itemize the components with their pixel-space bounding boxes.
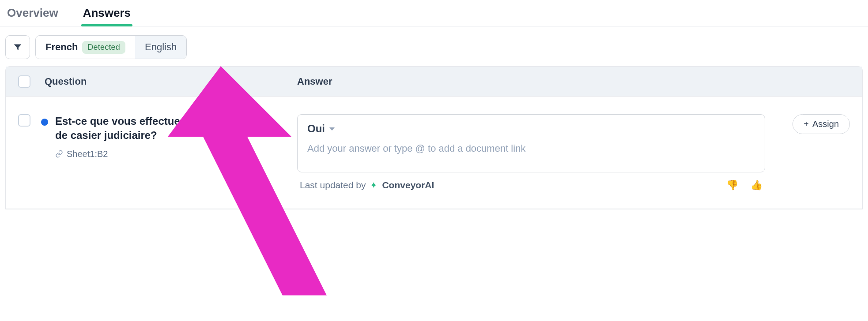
last-updated-by: Last updated by ✦ ConveyorAI <box>300 180 434 190</box>
thumbs-down-icon[interactable]: 👎 <box>726 179 738 191</box>
sparkle-icon: ✦ <box>370 180 377 190</box>
language-label: English <box>145 41 177 53</box>
tab-overview[interactable]: Overview <box>5 0 60 26</box>
answer-box: Oui Add your answer or type @ to add a d… <box>297 114 765 172</box>
thumbs-up-icon[interactable]: 👍 <box>751 179 762 191</box>
answer-value-label: Oui <box>307 123 325 135</box>
answers-table: Question Answer Est-ce que vous effectue… <box>5 66 863 209</box>
assign-label: Assign <box>812 119 839 129</box>
answer-input[interactable]: Add your answer or type @ to add a docum… <box>307 143 755 154</box>
language-toggle: French Detected English <box>35 35 187 59</box>
table-row: Est-ce que vous effectuez des vérificati… <box>6 97 862 209</box>
toolbar: French Detected English <box>0 26 868 66</box>
source-reference-label: Sheet1:B2 <box>67 149 108 159</box>
language-option-english[interactable]: English <box>135 36 186 59</box>
table-header: Question Answer <box>6 67 862 97</box>
column-header-answer: Answer <box>297 76 850 87</box>
tab-answers[interactable]: Answers <box>81 0 132 26</box>
updated-by-name: ConveyorAI <box>382 180 434 190</box>
plus-icon: + <box>804 119 809 129</box>
select-all-checkbox[interactable] <box>18 75 30 88</box>
status-dot <box>41 119 48 126</box>
source-reference[interactable]: Sheet1:B2 <box>55 149 283 159</box>
row-checkbox[interactable] <box>18 114 30 127</box>
filter-button[interactable] <box>5 35 30 59</box>
answer-dropdown[interactable]: Oui <box>307 123 335 135</box>
language-label: French <box>45 41 78 53</box>
feedback-buttons: 👎 👍 <box>726 179 762 191</box>
updated-prefix: Last updated by <box>300 180 366 190</box>
column-header-question: Question <box>45 76 87 87</box>
link-icon <box>55 150 63 158</box>
assign-button[interactable]: + Assign <box>793 114 850 134</box>
tab-bar: Overview Answers <box>0 0 868 26</box>
language-option-french[interactable]: French Detected <box>36 36 135 59</box>
caret-down-icon <box>329 127 335 131</box>
filter-icon <box>13 42 23 52</box>
answer-meta: Last updated by ✦ ConveyorAI 👎 👍 <box>297 179 765 191</box>
detected-badge: Detected <box>82 41 125 54</box>
question-text: Est-ce que vous effectuez des vérificati… <box>55 114 283 143</box>
